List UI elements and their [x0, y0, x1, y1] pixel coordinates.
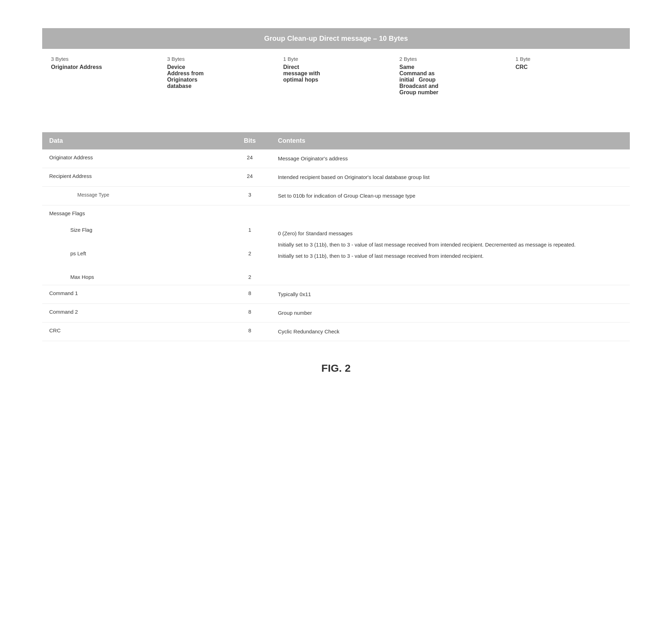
- row-data: Message Flags Size Flag ps Left Max Hops: [42, 209, 229, 281]
- row-data: CRC: [42, 326, 229, 335]
- top-table-wrapper: Group Clean-up Direct message – 10 Bytes…: [42, 28, 630, 104]
- col2-bytes: 3 Bytes: [167, 56, 272, 62]
- row-contents-text: Typically 0x11: [278, 291, 311, 297]
- row-data-sub3: Max Hops: [49, 274, 222, 280]
- row-contents: Group number: [271, 307, 630, 319]
- top-table-header: Group Clean-up Direct message – 10 Bytes: [42, 28, 630, 49]
- row-data-text: Originator Address: [49, 154, 93, 160]
- col4-label: SameCommand asinitial GroupBroadcast and…: [399, 64, 505, 96]
- top-col-5: 1 Byte CRC: [510, 56, 626, 97]
- col2-label: DeviceAddress fromOriginatorsdatabase: [167, 64, 272, 89]
- row-bits-empty: [249, 210, 251, 216]
- row-contents: Typically 0x11: [271, 289, 630, 300]
- top-table: Group Clean-up Direct message – 10 Bytes: [42, 28, 630, 49]
- row-bits-1: 1: [248, 227, 251, 233]
- row-contents-text: Cyclic Redundancy Check: [278, 328, 340, 334]
- row-bits-3: 2: [248, 274, 251, 280]
- col3-label: Directmessage withoptimal hops: [283, 64, 389, 83]
- top-table-title: Group Clean-up Direct message – 10 Bytes: [264, 34, 408, 42]
- col5-bytes: 1 Byte: [516, 56, 621, 62]
- top-col-2: 3 Bytes DeviceAddress fromOriginatorsdat…: [162, 56, 278, 97]
- row-contents-3: Initially set to 3 (11b), then to 3 - va…: [278, 252, 623, 260]
- header-bits-col: Bits: [229, 132, 271, 149]
- row-data-sub2: ps Left: [49, 250, 222, 256]
- row-contents: Intended recipient based on Originator's…: [271, 172, 630, 183]
- top-col-4: 2 Bytes SameCommand asinitial GroupBroad…: [394, 56, 510, 97]
- fig-label-text: FIG. 2: [321, 362, 350, 374]
- row-contents-2: Initially set to 3 (11b), then to 3 - va…: [278, 241, 623, 249]
- col5-label: CRC: [516, 64, 621, 70]
- row-data-text: Command 1: [49, 290, 78, 296]
- header-bits-label: Bits: [244, 137, 256, 144]
- header-data-col: Data: [42, 132, 229, 149]
- row-bits-text: 8: [248, 327, 251, 333]
- row-contents: 0 (Zero) for Standard messages Initially…: [271, 209, 630, 262]
- fig-label: FIG. 2: [42, 362, 630, 374]
- col1-label: Originator Address: [51, 64, 156, 70]
- row-bits: 3: [229, 190, 271, 199]
- row-data: Command 2: [42, 307, 229, 316]
- row-contents: Set to 010b for indication of Group Clea…: [271, 190, 630, 202]
- row-data-text: CRC: [49, 327, 61, 333]
- row-bits: 8: [229, 326, 271, 335]
- row-bits: 1 2 2: [229, 209, 271, 281]
- bottom-table-body: Originator Address 24 Message Originator…: [42, 149, 630, 341]
- row-bits-text: 8: [248, 290, 251, 296]
- header-contents-col: Contents: [271, 132, 630, 149]
- row-data: Recipient Address: [42, 172, 229, 180]
- col3-bytes: 1 Byte: [283, 56, 389, 62]
- row-contents-text: Message Originator's address: [278, 155, 348, 161]
- table-row: CRC 8 Cyclic Redundancy Check: [42, 322, 630, 341]
- header-contents-label: Contents: [278, 137, 305, 144]
- row-bits-text: 24: [247, 173, 253, 179]
- row-contents-text: Intended recipient based on Originator's…: [278, 174, 429, 180]
- top-col-1: 3 Bytes Originator Address: [46, 56, 162, 97]
- row-contents: Message Originator's address: [271, 153, 630, 164]
- col1-bytes: 3 Bytes: [51, 56, 156, 62]
- row-sub-label: Message Type: [49, 192, 109, 198]
- bottom-table-wrapper: Data Bits Contents Originator Address 24…: [42, 132, 630, 341]
- table-row: Command 2 8 Group number: [42, 304, 630, 322]
- row-data-text: Command 2: [49, 309, 78, 315]
- row-data-main: Message Flags: [49, 210, 222, 216]
- top-table-body: 3 Bytes Originator Address 3 Bytes Devic…: [42, 49, 630, 104]
- row-data: Originator Address: [42, 153, 229, 162]
- row-contents-empty: [278, 210, 623, 219]
- table-row: Message Flags Size Flag ps Left Max Hops…: [42, 205, 630, 285]
- table-row: Recipient Address 24 Intended recipient …: [42, 168, 630, 187]
- row-contents-1: 0 (Zero) for Standard messages: [278, 229, 623, 238]
- row-data-text: Recipient Address: [49, 173, 92, 179]
- row-data-sub: Size Flag: [49, 227, 222, 233]
- row-bits-text: 24: [247, 154, 253, 160]
- table-row: Originator Address 24 Message Originator…: [42, 149, 630, 168]
- row-bits: 8: [229, 289, 271, 298]
- row-contents-text: Set to 010b for indication of Group Clea…: [278, 193, 415, 199]
- col4-bytes: 2 Bytes: [399, 56, 505, 62]
- row-bits: 24: [229, 153, 271, 162]
- table-row: Message Type 3 Set to 010b for indicatio…: [42, 187, 630, 205]
- row-contents-text: Group number: [278, 310, 312, 316]
- table-row: Command 1 8 Typically 0x11: [42, 285, 630, 304]
- row-bits: 8: [229, 307, 271, 316]
- row-data: Message Type: [42, 190, 229, 199]
- row-data: Command 1: [42, 289, 229, 298]
- bottom-table-header: Data Bits Contents: [42, 132, 630, 149]
- header-data-label: Data: [49, 137, 63, 144]
- top-col-3: 1 Byte Directmessage withoptimal hops: [278, 56, 394, 97]
- row-contents: Cyclic Redundancy Check: [271, 326, 630, 337]
- row-bits-text: 8: [248, 309, 251, 315]
- row-bits-text: 3: [248, 192, 251, 198]
- row-bits: 24: [229, 172, 271, 180]
- row-bits-2: 2: [248, 250, 251, 256]
